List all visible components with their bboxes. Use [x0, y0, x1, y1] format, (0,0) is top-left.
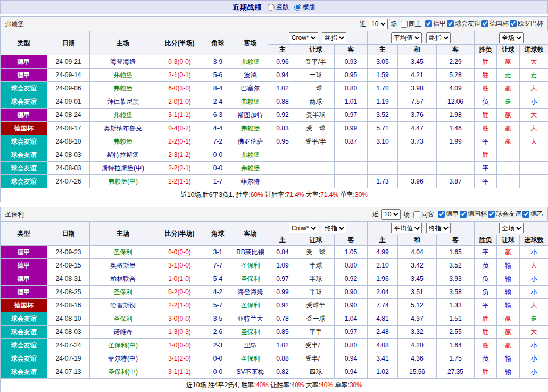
- match-scope-select[interactable]: 全场: [499, 223, 524, 233]
- away-team-cell[interactable]: 佛罗伦萨: [233, 135, 268, 148]
- bookmaker-select[interactable]: Crow*: [289, 223, 318, 233]
- away-team-cell[interactable]: 弗赖堡: [233, 95, 268, 109]
- away-team-cell[interactable]: 弗赖堡: [233, 162, 268, 175]
- date-cell: 24-07-26: [47, 175, 90, 188]
- away-team-cell[interactable]: 弗赖堡: [233, 122, 268, 135]
- average-select[interactable]: 平均值: [391, 32, 422, 43]
- home-team-cell[interactable]: 奥格斯堡: [90, 259, 156, 272]
- league-filter[interactable]: 球会友谊: [488, 210, 521, 219]
- home-team-cell[interactable]: 斯特拉斯堡(中): [90, 162, 156, 175]
- league-filter[interactable]: 欧罗巴杯: [510, 19, 543, 28]
- average-stage-select[interactable]: 终指: [426, 223, 451, 233]
- layout-option-vertical[interactable]: 竖版: [268, 3, 289, 12]
- home-team-cell[interactable]: 拜仁慕尼黑: [90, 95, 156, 109]
- bookmaker-select[interactable]: Crow*: [289, 32, 318, 43]
- handicap-result-cell: 输: [497, 259, 520, 272]
- same-venue-filter[interactable]: 同客: [413, 210, 434, 219]
- away-team-cell[interactable]: 巴塞尔: [233, 82, 268, 95]
- league-filter[interactable]: 德甲: [438, 210, 459, 219]
- away-team-cell[interactable]: 亚特兰大: [233, 312, 268, 326]
- score-cell: 3-1(2-0): [156, 352, 203, 365]
- league-filter[interactable]: 球会友谊: [447, 19, 480, 28]
- summary-value: 30%: [355, 191, 368, 198]
- handicap-result-cell: 赢: [497, 339, 520, 352]
- away-team-cell[interactable]: 里昂: [233, 339, 268, 352]
- same-venue-checkbox[interactable]: [413, 211, 420, 218]
- league-checkbox[interactable]: [522, 211, 529, 218]
- home-team-cell[interactable]: 弗赖堡: [90, 109, 156, 122]
- away-team-cell[interactable]: 菲尔特: [233, 175, 268, 188]
- layout-option-horizontal[interactable]: 横版: [294, 3, 315, 12]
- away-team-cell[interactable]: 圣保利: [233, 326, 268, 339]
- avg-draw-odds-cell: 5.12: [398, 299, 437, 312]
- home-team-cell[interactable]: 菲尔特(中): [90, 352, 156, 365]
- home-team-cell[interactable]: 弗赖堡: [90, 69, 156, 82]
- home-team-cell[interactable]: 圣保利(中): [90, 365, 156, 379]
- league-checkbox[interactable]: [510, 20, 517, 27]
- league-badge-cell: 球会友谊: [1, 135, 47, 148]
- corner-cell: 5-6: [203, 69, 233, 82]
- away-team-cell[interactable]: 圣保利: [233, 299, 268, 312]
- home-team-cell[interactable]: 海登海姆: [90, 55, 156, 69]
- average-select[interactable]: 平均值: [391, 223, 422, 233]
- match-row: 德甲24-08-24弗赖堡3-1(1-1)6-3斯图加特0.92受半球0.973…: [1, 109, 548, 122]
- home-team-cell[interactable]: 圣保利: [90, 286, 156, 299]
- home-team-cell[interactable]: 弗赖堡(中): [90, 175, 156, 188]
- home-team-cell[interactable]: 诺维奇: [90, 326, 156, 339]
- match-scope-select[interactable]: 全场: [499, 32, 524, 43]
- away-team-cell[interactable]: 圣保利: [233, 259, 268, 272]
- bookmaker-stage-select[interactable]: 终指: [322, 32, 346, 43]
- league-filter[interactable]: 德乙: [522, 210, 543, 219]
- away-team-cell[interactable]: 弗赖堡: [233, 148, 268, 162]
- league-filter[interactable]: 德国杯: [481, 19, 509, 28]
- away-team-cell[interactable]: 海登海姆: [233, 286, 268, 299]
- result-cell: 负: [475, 272, 497, 286]
- summary-value: 60%: [251, 191, 263, 198]
- home-odds-cell: [268, 148, 297, 162]
- avg-select-group: 平均值 终指: [368, 222, 475, 235]
- recent-count-select[interactable]: 10: [381, 209, 401, 220]
- league-checkbox[interactable]: [438, 211, 445, 218]
- league-checkbox[interactable]: [481, 20, 488, 27]
- away-team-cell[interactable]: 圣保利: [233, 272, 268, 286]
- away-team-cell[interactable]: 波鸿: [233, 69, 268, 82]
- corner-cell: 5-7: [203, 299, 233, 312]
- league-checkbox[interactable]: [460, 211, 467, 218]
- home-team-cell[interactable]: 弗赖堡: [90, 82, 156, 95]
- home-team-cell[interactable]: 柏林联合: [90, 272, 156, 286]
- league-checkbox[interactable]: [488, 211, 495, 218]
- bookmaker-stage-select[interactable]: 终指: [322, 223, 346, 233]
- home-team-cell[interactable]: 哈雷斯彻: [90, 299, 156, 312]
- league-filter[interactable]: 德国杯: [460, 210, 487, 219]
- league-filter[interactable]: 德甲: [425, 19, 446, 28]
- home-team-cell[interactable]: 圣保利(中): [90, 339, 156, 352]
- date-cell: 24-08-10: [47, 135, 90, 148]
- same-venue-checkbox[interactable]: [401, 21, 408, 28]
- result-cell: 胜: [475, 148, 497, 162]
- home-team-cell[interactable]: 弗赖堡: [90, 135, 156, 148]
- home-team-cell[interactable]: 奥斯纳布鲁克: [90, 122, 156, 135]
- goals-result-cell: 小: [520, 272, 548, 286]
- same-venue-filter[interactable]: 同主: [401, 20, 421, 29]
- vertical-layout-radio[interactable]: [268, 4, 275, 11]
- horizontal-layout-radio[interactable]: [294, 4, 301, 11]
- recent-count-select[interactable]: 10: [369, 19, 388, 29]
- home-team-cell[interactable]: 圣保利: [90, 312, 156, 326]
- league-checkbox[interactable]: [447, 20, 454, 27]
- home-team-cell[interactable]: 斯特拉斯堡: [90, 148, 156, 162]
- away-odds-cell: 0.97: [335, 109, 368, 122]
- goals-result-cell: 大: [520, 326, 548, 339]
- summary-value: 71.4%: [286, 191, 304, 198]
- col-date: 日期: [47, 31, 90, 55]
- away-team-cell[interactable]: 斯图加特: [233, 109, 268, 122]
- away-team-cell[interactable]: RB莱比锡: [233, 246, 268, 259]
- away-team-cell[interactable]: 圣保利: [233, 352, 268, 365]
- recent-label: 近: [360, 20, 366, 29]
- away-team-cell[interactable]: SV不莱梅: [233, 365, 268, 379]
- away-team-cell[interactable]: 弗赖堡: [233, 55, 268, 69]
- home-team-cell[interactable]: 圣保利: [90, 246, 156, 259]
- avg-home-odds-cell: 5.71: [368, 122, 398, 135]
- matches-table: 类型 日期 主场 比分(半场) 角球 客场 Crow* 终指 平均值 终指 全场: [0, 221, 548, 392]
- league-checkbox[interactable]: [425, 20, 432, 27]
- average-stage-select[interactable]: 终指: [426, 32, 451, 43]
